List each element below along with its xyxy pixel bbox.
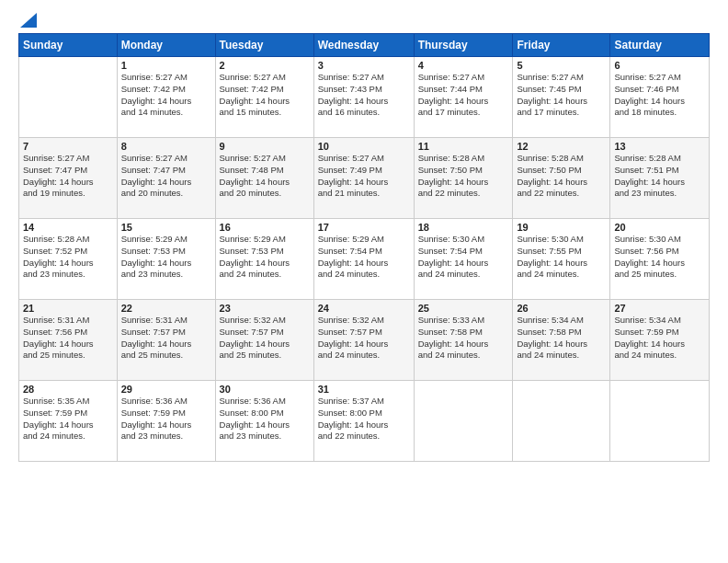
- day-number: 27: [614, 303, 705, 314]
- calendar-cell: [513, 381, 610, 462]
- day-number: 8: [121, 141, 211, 152]
- day-number: 1: [121, 60, 211, 71]
- calendar-week-1: 1Sunrise: 5:27 AM Sunset: 7:42 PM Daylig…: [19, 57, 710, 138]
- calendar-cell: 1Sunrise: 5:27 AM Sunset: 7:42 PM Daylig…: [117, 57, 215, 138]
- day-info: Sunrise: 5:27 AM Sunset: 7:44 PM Dayligh…: [418, 72, 509, 119]
- day-number: 21: [23, 303, 113, 314]
- day-info: Sunrise: 5:34 AM Sunset: 7:58 PM Dayligh…: [517, 315, 606, 362]
- calendar-cell: 22Sunrise: 5:31 AM Sunset: 7:57 PM Dayli…: [117, 300, 215, 381]
- calendar-cell: 12Sunrise: 5:28 AM Sunset: 7:50 PM Dayli…: [513, 138, 610, 219]
- calendar-cell: 24Sunrise: 5:32 AM Sunset: 7:57 PM Dayli…: [313, 300, 414, 381]
- day-info: Sunrise: 5:27 AM Sunset: 7:46 PM Dayligh…: [614, 72, 705, 119]
- day-number: 5: [517, 60, 606, 71]
- calendar-cell: 15Sunrise: 5:29 AM Sunset: 7:53 PM Dayli…: [117, 219, 215, 300]
- calendar-cell: 28Sunrise: 5:35 AM Sunset: 7:59 PM Dayli…: [19, 381, 118, 462]
- calendar-cell: 3Sunrise: 5:27 AM Sunset: 7:43 PM Daylig…: [313, 57, 414, 138]
- calendar-cell: 19Sunrise: 5:30 AM Sunset: 7:55 PM Dayli…: [513, 219, 610, 300]
- day-number: 22: [121, 303, 211, 314]
- day-number: 24: [318, 303, 410, 314]
- day-info: Sunrise: 5:29 AM Sunset: 7:53 PM Dayligh…: [121, 234, 211, 281]
- page-container: SundayMondayTuesdayWednesdayThursdayFrid…: [0, 0, 728, 471]
- day-info: Sunrise: 5:30 AM Sunset: 7:55 PM Dayligh…: [517, 234, 606, 281]
- calendar-cell: 14Sunrise: 5:28 AM Sunset: 7:52 PM Dayli…: [19, 219, 118, 300]
- day-number: 11: [418, 141, 509, 152]
- day-number: 18: [418, 222, 509, 233]
- day-number: 10: [318, 141, 410, 152]
- calendar-cell: 11Sunrise: 5:28 AM Sunset: 7:50 PM Dayli…: [414, 138, 513, 219]
- day-info: Sunrise: 5:27 AM Sunset: 7:47 PM Dayligh…: [121, 153, 211, 200]
- day-number: 23: [220, 303, 310, 314]
- calendar-cell: 6Sunrise: 5:27 AM Sunset: 7:46 PM Daylig…: [610, 57, 710, 138]
- day-info: Sunrise: 5:28 AM Sunset: 7:50 PM Dayligh…: [418, 153, 509, 200]
- calendar-cell: 7Sunrise: 5:27 AM Sunset: 7:47 PM Daylig…: [19, 138, 118, 219]
- day-number: 13: [614, 141, 705, 152]
- calendar-cell: 4Sunrise: 5:27 AM Sunset: 7:44 PM Daylig…: [414, 57, 513, 138]
- day-number: 19: [517, 222, 606, 233]
- calendar-cell: 10Sunrise: 5:27 AM Sunset: 7:49 PM Dayli…: [313, 138, 414, 219]
- day-info: Sunrise: 5:27 AM Sunset: 7:43 PM Dayligh…: [318, 72, 410, 119]
- day-info: Sunrise: 5:28 AM Sunset: 7:51 PM Dayligh…: [614, 153, 705, 200]
- calendar-cell: [414, 381, 513, 462]
- day-info: Sunrise: 5:31 AM Sunset: 7:57 PM Dayligh…: [121, 315, 211, 362]
- calendar-cell: 31Sunrise: 5:37 AM Sunset: 8:00 PM Dayli…: [313, 381, 414, 462]
- calendar-cell: 21Sunrise: 5:31 AM Sunset: 7:56 PM Dayli…: [19, 300, 118, 381]
- day-info: Sunrise: 5:32 AM Sunset: 7:57 PM Dayligh…: [318, 315, 410, 362]
- calendar-cell: [19, 57, 118, 138]
- day-info: Sunrise: 5:27 AM Sunset: 7:42 PM Dayligh…: [121, 72, 211, 119]
- day-number: 14: [23, 222, 113, 233]
- calendar-cell: 18Sunrise: 5:30 AM Sunset: 7:54 PM Dayli…: [414, 219, 513, 300]
- day-info: Sunrise: 5:34 AM Sunset: 7:59 PM Dayligh…: [614, 315, 705, 362]
- calendar-cell: 25Sunrise: 5:33 AM Sunset: 7:58 PM Dayli…: [414, 300, 513, 381]
- calendar-cell: 26Sunrise: 5:34 AM Sunset: 7:58 PM Dayli…: [513, 300, 610, 381]
- day-number: 6: [614, 60, 705, 71]
- calendar-header-row: SundayMondayTuesdayWednesdayThursdayFrid…: [19, 34, 710, 57]
- calendar-week-5: 28Sunrise: 5:35 AM Sunset: 7:59 PM Dayli…: [19, 381, 710, 462]
- day-info: Sunrise: 5:27 AM Sunset: 7:49 PM Dayligh…: [318, 153, 410, 200]
- calendar-cell: [610, 381, 710, 462]
- day-info: Sunrise: 5:30 AM Sunset: 7:56 PM Dayligh…: [614, 234, 705, 281]
- day-number: 7: [23, 141, 113, 152]
- calendar-header-sunday: Sunday: [19, 34, 118, 57]
- calendar-cell: 16Sunrise: 5:29 AM Sunset: 7:53 PM Dayli…: [215, 219, 313, 300]
- calendar-cell: 30Sunrise: 5:36 AM Sunset: 8:00 PM Dayli…: [215, 381, 313, 462]
- calendar-cell: 20Sunrise: 5:30 AM Sunset: 7:56 PM Dayli…: [610, 219, 710, 300]
- calendar-header-saturday: Saturday: [610, 34, 710, 57]
- day-number: 30: [220, 384, 310, 395]
- calendar-cell: 27Sunrise: 5:34 AM Sunset: 7:59 PM Dayli…: [610, 300, 710, 381]
- calendar-cell: 17Sunrise: 5:29 AM Sunset: 7:54 PM Dayli…: [313, 219, 414, 300]
- day-info: Sunrise: 5:28 AM Sunset: 7:50 PM Dayligh…: [517, 153, 606, 200]
- day-number: 4: [418, 60, 509, 71]
- day-number: 9: [220, 141, 310, 152]
- calendar-cell: 5Sunrise: 5:27 AM Sunset: 7:45 PM Daylig…: [513, 57, 610, 138]
- day-number: 20: [614, 222, 705, 233]
- day-info: Sunrise: 5:36 AM Sunset: 8:00 PM Dayligh…: [220, 396, 310, 442]
- day-info: Sunrise: 5:35 AM Sunset: 7:59 PM Dayligh…: [23, 396, 113, 442]
- day-info: Sunrise: 5:37 AM Sunset: 8:00 PM Dayligh…: [318, 396, 410, 442]
- calendar-header-tuesday: Tuesday: [215, 34, 313, 57]
- calendar-header-monday: Monday: [117, 34, 215, 57]
- day-info: Sunrise: 5:32 AM Sunset: 7:57 PM Dayligh…: [220, 315, 310, 362]
- calendar-table: SundayMondayTuesdayWednesdayThursdayFrid…: [18, 33, 710, 462]
- calendar-header-thursday: Thursday: [414, 34, 513, 57]
- day-number: 17: [318, 222, 410, 233]
- svg-marker-0: [20, 13, 37, 28]
- calendar-cell: 23Sunrise: 5:32 AM Sunset: 7:57 PM Dayli…: [215, 300, 313, 381]
- day-info: Sunrise: 5:27 AM Sunset: 7:45 PM Dayligh…: [517, 72, 606, 119]
- logo: [18, 15, 37, 26]
- calendar-cell: 8Sunrise: 5:27 AM Sunset: 7:47 PM Daylig…: [117, 138, 215, 219]
- day-number: 15: [121, 222, 211, 233]
- calendar-week-2: 7Sunrise: 5:27 AM Sunset: 7:47 PM Daylig…: [19, 138, 710, 219]
- calendar-cell: 9Sunrise: 5:27 AM Sunset: 7:48 PM Daylig…: [215, 138, 313, 219]
- day-info: Sunrise: 5:27 AM Sunset: 7:42 PM Dayligh…: [220, 72, 310, 119]
- calendar-cell: 29Sunrise: 5:36 AM Sunset: 7:59 PM Dayli…: [117, 381, 215, 462]
- day-info: Sunrise: 5:31 AM Sunset: 7:56 PM Dayligh…: [23, 315, 113, 362]
- day-number: 29: [121, 384, 211, 395]
- calendar-header-friday: Friday: [513, 34, 610, 57]
- day-info: Sunrise: 5:30 AM Sunset: 7:54 PM Dayligh…: [418, 234, 509, 281]
- header-row: [18, 15, 710, 26]
- calendar-header-wednesday: Wednesday: [313, 34, 414, 57]
- day-info: Sunrise: 5:29 AM Sunset: 7:53 PM Dayligh…: [220, 234, 310, 281]
- day-info: Sunrise: 5:28 AM Sunset: 7:52 PM Dayligh…: [23, 234, 113, 281]
- day-info: Sunrise: 5:29 AM Sunset: 7:54 PM Dayligh…: [318, 234, 410, 281]
- day-info: Sunrise: 5:36 AM Sunset: 7:59 PM Dayligh…: [121, 396, 211, 442]
